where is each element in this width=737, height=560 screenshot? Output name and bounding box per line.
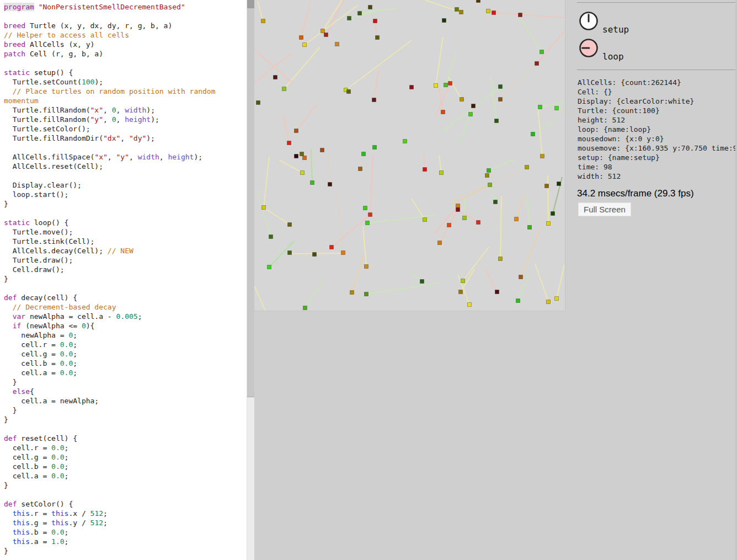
turtle-trail xyxy=(459,211,478,222)
debug-line: Display: {clearColor:white} xyxy=(578,97,737,106)
setup-button-label[interactable]: setup xyxy=(602,25,629,35)
code-line: Turtle.fillRandom("x", 0, width); xyxy=(4,105,247,115)
scrollbar-up-button[interactable] xyxy=(247,0,254,8)
turtle-trail xyxy=(301,1,311,38)
code-line: this.r = this.x / 512; xyxy=(4,509,247,518)
code-line: // Decrement-based decay xyxy=(4,302,247,312)
turtle-trail xyxy=(535,264,548,302)
turtle-trail xyxy=(360,8,397,13)
turtle-square xyxy=(261,19,265,23)
turtle-square xyxy=(295,154,298,158)
editor-scrollbar[interactable] xyxy=(247,0,254,560)
turtle-trail xyxy=(284,47,320,89)
turtle-trail xyxy=(349,11,377,18)
turtle-square xyxy=(555,106,559,110)
debug-line: AllCells: {count:262144} xyxy=(578,78,737,87)
code-line: Cell.draw(); xyxy=(4,265,247,274)
turtle-square xyxy=(531,132,535,136)
turtle-square xyxy=(468,303,472,307)
code-line: Display.clear(); xyxy=(4,180,247,190)
code-line: else{ xyxy=(4,387,247,396)
turtle-square xyxy=(274,76,277,79)
loop-button-label[interactable]: loop xyxy=(602,52,624,62)
turtle-trail xyxy=(305,6,357,45)
code-line xyxy=(4,171,247,180)
turtle-square xyxy=(460,10,463,14)
loop-button[interactable] xyxy=(578,38,599,58)
turtle-square xyxy=(495,119,499,123)
code-line xyxy=(4,143,247,152)
turtle-square xyxy=(492,11,496,15)
code-line: program "NonPersistentSmellDecrementBase… xyxy=(4,2,247,12)
turtle-trail xyxy=(441,87,500,132)
turtle-trail xyxy=(311,149,312,183)
debug-line: width: 512 xyxy=(578,172,737,181)
code-line: // Helper to access all cells xyxy=(4,30,247,40)
debug-line: mousemove: {x:160.935 y:70.750 time:9 xyxy=(578,143,737,153)
turtle-square xyxy=(515,217,519,221)
turtle-trail xyxy=(516,195,524,219)
debug-line: mousedown: {x:0 y:0} xyxy=(578,134,737,143)
code-line: Turtle.setCount(100); xyxy=(4,77,247,87)
turtle-square xyxy=(461,279,465,283)
setup-button[interactable] xyxy=(578,10,599,31)
turtle-trail xyxy=(533,119,557,134)
turtle-square xyxy=(525,166,529,169)
turtle-square xyxy=(442,19,446,23)
turtle-square xyxy=(341,251,345,255)
turtle-square xyxy=(448,82,452,86)
code-line xyxy=(4,490,247,499)
code-line: cell.b = 0.0; xyxy=(4,359,247,368)
turtle-trail xyxy=(346,40,412,90)
turtle-square xyxy=(364,206,367,210)
code-line: cell.g = 0.0; xyxy=(4,349,247,359)
turtle-square xyxy=(463,216,467,220)
debug-variables: AllCells: {count:262144}Cell: {}Display:… xyxy=(578,78,737,183)
code-text[interactable]: program "NonPersistentSmellDecrementBase… xyxy=(0,0,247,556)
turtle-trail xyxy=(363,226,366,266)
turtle-trail xyxy=(519,17,542,52)
turtle-trail xyxy=(305,280,323,308)
turtle-square xyxy=(423,168,427,172)
code-line: Turtle.move(); xyxy=(4,227,247,237)
turtle-square xyxy=(376,36,380,40)
turtle-square xyxy=(469,113,473,116)
code-line: } xyxy=(4,546,247,556)
turtle-square xyxy=(300,152,304,156)
turtle-square xyxy=(460,98,464,102)
full-screen-button[interactable]: Full Screen xyxy=(578,202,631,216)
turtle-trail xyxy=(538,108,542,156)
turtle-square xyxy=(372,98,376,102)
turtle-trail xyxy=(264,207,290,225)
turtle-square xyxy=(373,19,377,23)
turtle-square xyxy=(438,241,442,245)
panel-divider-bottom xyxy=(577,70,737,70)
code-line: static loop() { xyxy=(4,218,247,227)
turtle-square xyxy=(368,6,372,9)
code-line: var newAlpha = cell.a - 0.005; xyxy=(4,312,247,321)
code-line: cell.a = 0.0; xyxy=(4,471,247,481)
simulation-canvas[interactable] xyxy=(254,0,565,311)
code-editor[interactable]: program "NonPersistentSmellDecrementBase… xyxy=(0,0,247,560)
turtle-trail xyxy=(490,186,495,202)
turtle-square xyxy=(459,290,463,294)
turtle-square xyxy=(358,12,362,15)
code-line: loop.start(); xyxy=(4,190,247,199)
turtle-trail xyxy=(279,160,302,173)
code-line: } xyxy=(4,415,247,424)
performance-stats: 34.2 msecs/frame (29.3 fps) xyxy=(577,188,694,199)
turtle-trail xyxy=(257,191,271,237)
turtle-square xyxy=(268,265,271,269)
turtle-square xyxy=(456,204,460,208)
turtle-square xyxy=(403,140,407,143)
code-line: Turtle.draw(); xyxy=(4,255,247,265)
turtle-square xyxy=(499,98,503,102)
debug-line: time: 98 xyxy=(578,162,737,172)
turtle-square xyxy=(541,154,544,158)
turtle-trail xyxy=(323,0,342,31)
turtle-square xyxy=(365,292,368,296)
turtle-square xyxy=(495,290,499,294)
code-line: cell.r = 0.0; xyxy=(4,443,247,452)
turtle-trail xyxy=(489,160,514,170)
editor-scrollbar-thumb[interactable] xyxy=(247,8,254,397)
